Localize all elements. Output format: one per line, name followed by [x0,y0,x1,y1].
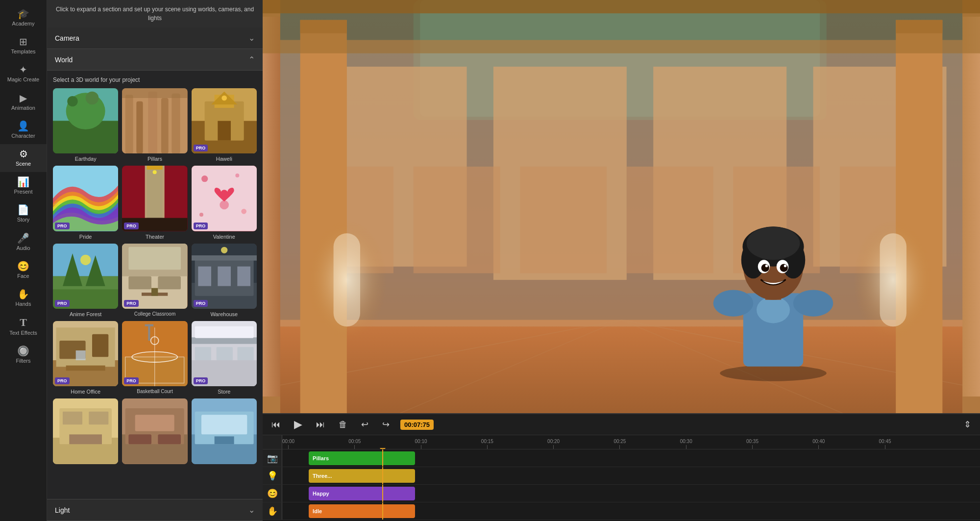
track-content-expression[interactable]: Happy [282,485,980,502]
track-icon-lighting: 💡 [263,467,282,484]
skip-start-button[interactable]: ⏮ [269,419,283,431]
svg-rect-79 [195,326,253,338]
world-item-room3[interactable] [192,398,257,466]
clip-pillars[interactable]: Pillars [309,451,415,465]
timeline-tracks: 📷 Pillars 💡 Three... [263,449,980,521]
timeline-expand-button[interactable]: ⇕ [961,418,974,431]
world-label-basketball-court: Basketball Court [137,389,172,394]
timeline-toolbar: ⏮ ▶ ⏭ 🗑 ↩ ↪ 00:07:75 ⇕ [263,414,980,435]
svg-point-146 [747,226,800,260]
world-label-pride: Pride [79,234,92,240]
sidebar-item-label: Magic Create [7,76,39,83]
sidebar-item-audio[interactable]: 🎤 Audio [0,228,47,256]
clip-happy[interactable]: Happy [309,487,415,500]
undo-button[interactable]: ↩ [358,418,371,431]
sidebar-item-magic-create[interactable]: ✦ Magic Create [0,60,47,88]
sidebar-item-text-effects[interactable]: T Text Effects [0,312,47,341]
world-label: World [55,56,73,64]
world-accordion-header[interactable]: World ⌃ [47,49,263,71]
svg-rect-54 [218,266,231,286]
track-world: 📷 Pillars [263,449,980,467]
sidebar-item-story[interactable]: 📄 Story [0,200,47,228]
world-item-basketball-court[interactable]: PRO Basketball Court [122,321,187,395]
sidebar-item-label: Story [17,217,30,223]
pro-badge-college-classroom: PRO [124,300,139,307]
sidebar-item-scene[interactable]: ⚙ Scene [0,144,47,172]
world-label-haweli: Haweli [216,156,232,162]
canvas-area: ⏮ ▶ ⏭ 🗑 ↩ ↪ 00:07:75 ⇕ 00:00 [263,0,980,521]
world-item-warehouse[interactable]: PRO Warehouse [192,244,257,317]
svg-rect-62 [66,366,105,371]
sidebar-item-animation[interactable]: ▶ Animation [0,88,47,116]
svg-point-149 [761,264,769,272]
sidebar: 🎓 Academy ⊞ Templates ✦ Magic Create ▶ A… [0,0,47,521]
svg-rect-111 [414,167,500,273]
track-gesture: ✋ Idle [263,502,980,520]
track-header-spacer [263,435,282,449]
svg-rect-55 [237,266,250,286]
viewport-bg [263,0,980,413]
world-item-store[interactable]: PRO Store [192,321,257,395]
svg-point-153 [713,290,754,316]
sidebar-item-academy[interactable]: 🎓 Academy [0,4,47,32]
svg-point-33 [199,213,203,217]
world-item-room1[interactable] [53,398,118,466]
svg-point-29 [201,175,208,182]
world-item-home-office[interactable]: PRO Home Office [53,321,118,395]
play-button[interactable]: ▶ [291,417,305,432]
sidebar-item-present[interactable]: 📊 Present [0,172,47,200]
skip-end-button[interactable]: ⏭ [313,419,328,431]
timeline-ruler[interactable]: 00:00 00:05 00:10 00:15 [282,435,980,449]
light-accordion-header[interactable]: Light ⌄ [47,499,263,521]
svg-rect-75 [192,337,257,344]
svg-rect-130 [896,20,942,413]
world-item-college-classroom[interactable]: PRO College Classroom [122,244,187,317]
track-content-gesture[interactable]: Idle [282,502,980,520]
world-select-label: Select a 3D world for your project [53,76,257,83]
sidebar-item-character[interactable]: 👤 Character [0,116,47,144]
world-item-haweli[interactable]: PRO Haweli [192,88,257,162]
sidebar-item-face[interactable]: 😊 Face [0,256,47,284]
svg-rect-77 [216,347,232,360]
track-content-world[interactable]: Pillars [282,449,980,467]
world-item-earthday[interactable]: Earthday [53,88,118,162]
sidebar-item-filters[interactable]: 🔘 Filters [0,341,47,369]
svg-rect-8 [148,92,158,154]
character-icon: 👤 [17,121,29,131]
sidebar-item-templates[interactable]: ⊞ Templates [0,32,47,60]
world-item-theater[interactable]: PRO Theater [122,166,187,239]
world-item-room2[interactable] [122,398,187,466]
track-expression: 😊 Happy [263,485,980,502]
world-thumb-home-office: PRO [53,321,118,386]
svg-point-41 [80,254,91,265]
story-icon: 📄 [17,205,29,215]
delete-clip-button[interactable]: 🗑 [336,419,350,431]
svg-point-151 [765,265,768,267]
world-item-pride[interactable]: PRO Pride [53,166,118,239]
viewport [263,0,980,413]
world-label-valentine: Valentine [213,234,235,240]
svg-point-154 [793,290,833,316]
svg-rect-53 [198,266,211,286]
world-thumb-room2 [122,398,187,464]
timeline: ⏮ ▶ ⏭ 🗑 ↩ ↪ 00:07:75 ⇕ 00:00 [263,413,980,521]
svg-point-140 [757,297,790,323]
svg-rect-48 [151,288,158,296]
world-thumb-college-classroom: PRO [122,244,187,309]
world-item-pillars[interactable]: Pillars [122,88,187,162]
svg-rect-26 [147,166,163,170]
redo-button[interactable]: ↪ [379,418,392,431]
world-item-valentine[interactable]: PRO Valentine [192,166,257,239]
clip-three-point[interactable]: Three... [309,469,415,483]
magic-create-icon: ✦ [19,65,27,74]
clip-idle[interactable]: Idle [309,504,415,518]
sidebar-item-hands[interactable]: ✋ Hands [0,284,47,312]
world-grid: Earthday Pillars [53,88,257,467]
svg-rect-10 [172,94,180,154]
camera-accordion-header[interactable]: Camera ⌄ [47,27,263,49]
track-content-lighting[interactable]: Three... [282,467,980,484]
world-label-anime-forest: Anime Forest [70,311,101,317]
world-section: Select a 3D world for your project Earth… [47,71,263,499]
world-item-anime-forest[interactable]: PRO Anime Forest [53,244,118,317]
pro-badge-theater: PRO [124,223,139,229]
